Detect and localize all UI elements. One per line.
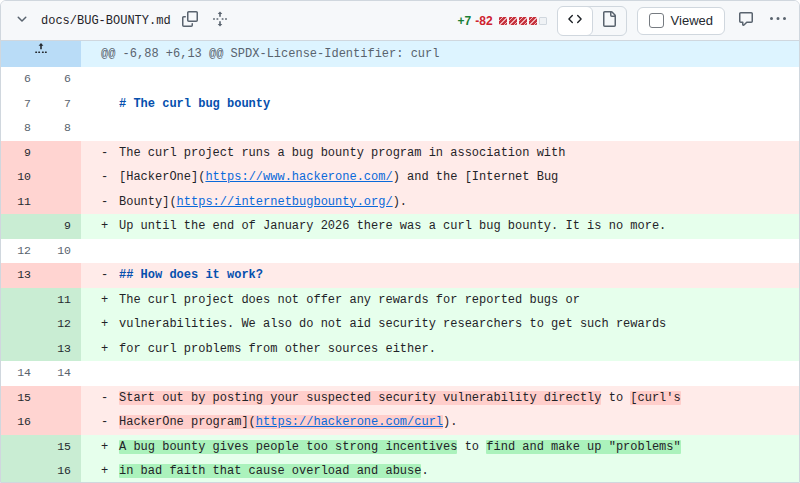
deleted-word-highlight: [curl's bbox=[630, 391, 680, 405]
source-diff-toggle[interactable] bbox=[557, 6, 593, 36]
diff-sign: + bbox=[101, 459, 119, 483]
added-line: 11 +The curl project does not offer any … bbox=[1, 288, 799, 313]
line-text: Bounty]( bbox=[119, 195, 177, 209]
url-link[interactable]: https://hackerone.com/curl bbox=[256, 415, 443, 429]
old-line-number[interactable]: 14 bbox=[1, 361, 41, 386]
line-content: +in bad faith that cause overload and ab… bbox=[81, 459, 799, 483]
old-line-number[interactable] bbox=[1, 312, 41, 337]
added-line: 13 +for curl problems from other sources… bbox=[1, 337, 799, 362]
new-line-number[interactable] bbox=[41, 165, 81, 190]
added-line: 12 +vulnerabilities. We also do not aid … bbox=[1, 312, 799, 337]
old-line-number[interactable] bbox=[1, 337, 41, 362]
file-name[interactable]: docs/BUG-BOUNTY.md bbox=[41, 14, 171, 28]
url-link[interactable]: https://www.hackerone.com/ bbox=[205, 170, 392, 184]
hunk-header-row: @@ -6,88 +6,13 @@ SPDX-License-Identifie… bbox=[1, 41, 799, 67]
line-content bbox=[81, 361, 799, 386]
diff-sign: - bbox=[101, 410, 119, 435]
line-text: . bbox=[421, 464, 428, 478]
diff-sign: + bbox=[101, 214, 119, 239]
viewed-button[interactable]: Viewed bbox=[637, 7, 725, 35]
kebab-horizontal-icon bbox=[770, 11, 786, 30]
file-header-left: docs/BUG-BOUNTY.md bbox=[11, 10, 231, 32]
line-content: -Bounty](https://internetbugbounty.org/)… bbox=[81, 190, 799, 215]
line-content bbox=[81, 239, 799, 264]
old-line-number[interactable]: 10 bbox=[1, 165, 41, 190]
new-line-number[interactable]: 8 bbox=[41, 116, 81, 141]
new-line-number[interactable]: 10 bbox=[41, 239, 81, 264]
old-line-number[interactable]: 16 bbox=[1, 410, 41, 435]
deletions-count: -82 bbox=[475, 14, 492, 28]
expand-up-icon bbox=[33, 41, 49, 67]
new-line-number[interactable]: 15 bbox=[41, 435, 81, 460]
expand-all-button[interactable] bbox=[209, 10, 231, 32]
old-line-number[interactable]: 15 bbox=[1, 386, 41, 411]
deleted-word-highlight: HackerOne program]( bbox=[119, 415, 256, 429]
diffstat-blocks bbox=[499, 17, 547, 25]
old-line-number[interactable]: 13 bbox=[1, 263, 41, 288]
collapse-file-button[interactable] bbox=[11, 10, 33, 32]
added-word-highlight: A bug bounty gives people too strong inc… bbox=[119, 440, 457, 454]
copy-path-button[interactable] bbox=[179, 10, 201, 32]
new-line-number[interactable]: 13 bbox=[41, 337, 81, 362]
line-content: +The curl project does not offer any rew… bbox=[81, 288, 799, 313]
old-line-number[interactable] bbox=[1, 214, 41, 239]
new-line-number[interactable]: 14 bbox=[41, 361, 81, 386]
line-content: -[HackerOne](https://www.hackerone.com/)… bbox=[81, 165, 799, 190]
new-line-number[interactable] bbox=[41, 410, 81, 435]
hunk-label: @@ -6,88 +6,13 @@ SPDX-License-Identifie… bbox=[81, 41, 799, 67]
line-content: +for curl problems from other sources ei… bbox=[81, 337, 799, 362]
new-line-number[interactable]: 7 bbox=[41, 92, 81, 117]
diff-sign: + bbox=[101, 312, 119, 337]
file-header: docs/BUG-BOUNTY.md +7 -82 bbox=[1, 1, 799, 41]
additions-count: +7 bbox=[458, 14, 472, 28]
comment-button[interactable] bbox=[735, 10, 757, 32]
diff-file-container: docs/BUG-BOUNTY.md +7 -82 bbox=[0, 0, 800, 483]
line-content: +A bug bounty gives people too strong in… bbox=[81, 435, 799, 460]
old-line-number[interactable]: 12 bbox=[1, 239, 41, 264]
line-text: ). bbox=[443, 415, 457, 429]
diff-sign: - bbox=[101, 386, 119, 411]
new-line-number[interactable] bbox=[41, 263, 81, 288]
old-line-number[interactable]: 9 bbox=[1, 141, 41, 166]
viewed-label: Viewed bbox=[671, 13, 713, 28]
line-text: [HackerOne]( bbox=[119, 170, 205, 184]
diff-sign: - bbox=[101, 141, 119, 166]
diff-sign: + bbox=[101, 435, 119, 460]
deleted-line: 15 -Start out by posting your suspected … bbox=[1, 386, 799, 411]
old-line-number[interactable] bbox=[1, 288, 41, 313]
old-line-number[interactable] bbox=[1, 459, 41, 483]
rich-diff-toggle[interactable] bbox=[592, 7, 626, 35]
new-line-number[interactable]: 6 bbox=[41, 67, 81, 92]
diffstat-block bbox=[529, 17, 537, 25]
expand-hunk-button[interactable] bbox=[1, 41, 81, 67]
unfold-icon bbox=[212, 11, 228, 30]
line-content: # The curl bug bounty bbox=[81, 92, 799, 117]
viewed-checkbox[interactable] bbox=[649, 13, 664, 28]
context-line: 66 bbox=[1, 67, 799, 92]
line-content: +Up until the end of January 2026 there … bbox=[81, 214, 799, 239]
added-line: 15 +A bug bounty gives people too strong… bbox=[1, 435, 799, 460]
old-line-number[interactable]: 11 bbox=[1, 190, 41, 215]
context-line: 1414 bbox=[1, 361, 799, 386]
diffstat-block bbox=[539, 17, 547, 25]
old-line-number[interactable]: 8 bbox=[1, 116, 41, 141]
new-line-number[interactable] bbox=[41, 141, 81, 166]
old-line-number[interactable] bbox=[1, 435, 41, 460]
new-line-number[interactable]: 12 bbox=[41, 312, 81, 337]
comment-icon bbox=[738, 11, 754, 30]
line-content: -## How does it work? bbox=[81, 263, 799, 288]
new-line-number[interactable]: 16 bbox=[41, 459, 81, 483]
deleted-line: 16 -HackerOne program](https://hackerone… bbox=[1, 410, 799, 435]
new-line-number[interactable] bbox=[41, 386, 81, 411]
old-line-number[interactable]: 7 bbox=[1, 92, 41, 117]
context-line: 1210 bbox=[1, 239, 799, 264]
file-icon bbox=[601, 11, 617, 30]
new-line-number[interactable] bbox=[41, 190, 81, 215]
old-line-number[interactable]: 6 bbox=[1, 67, 41, 92]
file-options-button[interactable] bbox=[767, 10, 789, 32]
new-line-number[interactable]: 9 bbox=[41, 214, 81, 239]
line-text: ). bbox=[393, 195, 407, 209]
markdown-heading-text: ## How does it work? bbox=[119, 268, 263, 282]
url-link[interactable]: https://internetbugbounty.org/ bbox=[177, 195, 393, 209]
new-line-number[interactable]: 11 bbox=[41, 288, 81, 313]
